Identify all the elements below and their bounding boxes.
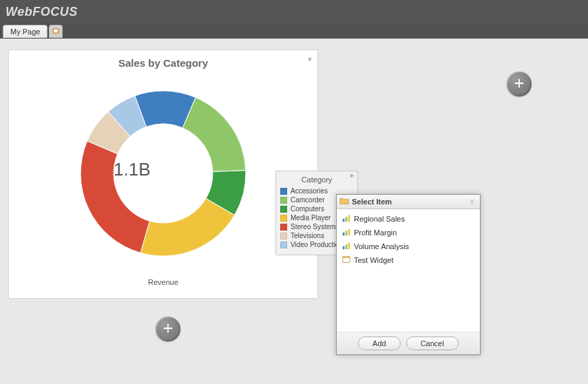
dialog-item-label: Profit Margin [354,228,397,237]
svg-rect-9 [346,244,348,249]
legend-swatch [280,197,287,204]
svg-rect-4 [348,215,350,222]
legend-swatch [280,215,287,222]
tab-my-page[interactable]: My Page [3,25,48,38]
legend-label: Media Player [291,214,330,222]
chart-menu-button[interactable]: ▾ [308,54,312,64]
bar-chart-icon [342,241,351,252]
legend-caret-icon: ▸ [350,171,355,180]
bar-chart-icon [342,227,351,238]
cancel-button[interactable]: Cancel [406,337,459,350]
svg-rect-7 [348,229,350,236]
app-header: WebFOCUS [0,0,588,23]
dialog-item-label: Test Widget [354,256,393,264]
chart-center-label: 1.1B [114,159,151,180]
donut-slice[interactable] [182,98,246,172]
dialog-list-item[interactable]: Regional Sales [339,212,477,226]
legend-title: Category [280,175,353,184]
widget-icon [342,255,351,266]
legend-swatch [280,233,287,239]
legend-label: Computers [291,205,324,213]
svg-rect-3 [346,217,348,222]
dialog-item-label: Volume Analysis [354,242,409,250]
select-item-dialog: Select Item ✕ Regional SalesProfit Margi… [336,194,481,355]
donut-slice[interactable] [140,198,235,256]
chart-title: Sales by Category [9,50,317,69]
brand-label: WebFOCUS [6,5,78,19]
legend-swatch [280,188,287,195]
dialog-item-label: Regional Sales [354,215,405,223]
legend-label: Accessories [291,187,328,195]
new-tab-button[interactable] [49,25,63,38]
svg-rect-5 [343,233,345,235]
new-tab-icon [52,27,60,36]
folder-icon [339,196,349,207]
legend-label: Camcorder [291,196,324,204]
add-button[interactable]: Add [358,337,401,350]
tab-strip: My Page [0,23,588,39]
svg-rect-2 [343,219,345,222]
bar-chart-icon [342,213,351,224]
page-canvas: ▾ Sales by Category 1.1B Revenue ▸ Categ… [0,39,588,384]
add-widget-button-right[interactable] [507,72,532,96]
legend-label: Video Production [291,241,343,248]
svg-rect-1 [54,30,58,33]
legend-label: Televisions [291,232,324,239]
chart-panel-sales-by-category: ▾ Sales by Category 1.1B Revenue [8,50,318,299]
dialog-titlebar[interactable]: Select Item ✕ [337,195,480,209]
plus-icon [162,322,174,337]
dialog-list-item[interactable]: Volume Analysis [339,239,477,253]
dialog-list-item[interactable]: Test Widget [339,253,477,267]
plus-icon [513,77,525,92]
donut-chart [9,70,317,277]
legend-swatch [280,242,287,248]
dialog-title: Select Item [352,198,392,206]
dialog-list: Regional SalesProfit MarginVolume Analys… [337,209,480,332]
svg-rect-12 [343,257,350,259]
dialog-button-row: Add Cancel [337,332,480,354]
svg-rect-10 [348,243,350,250]
chart-x-axis-label: Revenue [9,278,317,286]
dialog-close-button[interactable]: ✕ [467,198,477,206]
svg-rect-6 [346,231,348,235]
dialog-list-item[interactable]: Profit Margin [339,226,477,239]
tab-label: My Page [10,28,40,36]
legend-label: Stereo Systems [291,223,339,231]
legend-swatch [280,224,287,231]
svg-rect-8 [343,246,345,249]
add-widget-button-bottom[interactable] [156,317,180,341]
donut-slice[interactable] [81,141,149,253]
legend-swatch [280,206,287,213]
